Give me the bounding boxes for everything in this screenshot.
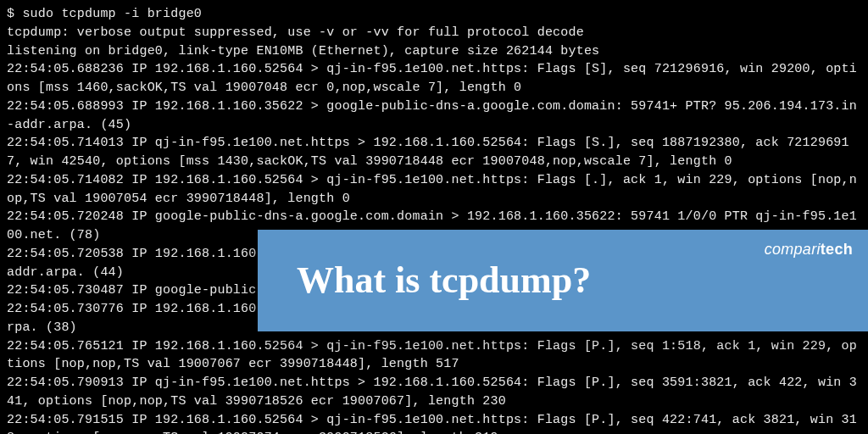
- terminal-output: $ sudo tcpdump -i bridge0tcpdump: verbos…: [0, 0, 868, 434]
- terminal-line: 22:54:05.714013 IP qj-in-f95.1e100.net.h…: [7, 134, 861, 171]
- banner-title: What is tcpdump?: [297, 253, 591, 308]
- terminal-line: $ sudo tcpdump -i bridge0: [7, 5, 861, 24]
- terminal-line: 22:54:05.791515 IP 192.168.1.160.52564 >…: [7, 411, 861, 435]
- terminal-line: listening on bridge0, link-type EN10MB (…: [7, 42, 861, 61]
- terminal-line: 22:54:05.765121 IP 192.168.1.160.52564 >…: [7, 337, 861, 375]
- terminal-line: 22:54:05.688993 IP 192.168.1.160.35622 >…: [7, 97, 861, 135]
- brand-part-1: compari: [765, 241, 821, 258]
- brand-logo: comparitech: [765, 238, 853, 260]
- terminal-line: 22:54:05.790913 IP qj-in-f95.1e100.net.h…: [7, 374, 861, 411]
- terminal-line: 22:54:05.688236 IP 192.168.1.160.52564 >…: [7, 60, 861, 97]
- brand-part-2: tech: [821, 241, 853, 258]
- terminal-line: tcpdump: verbose output suppressed, use …: [7, 24, 861, 42]
- terminal-line: 22:54:05.714082 IP 192.168.1.160.52564 >…: [7, 171, 861, 209]
- overlay-banner: What is tcpdump? comparitech: [258, 230, 868, 331]
